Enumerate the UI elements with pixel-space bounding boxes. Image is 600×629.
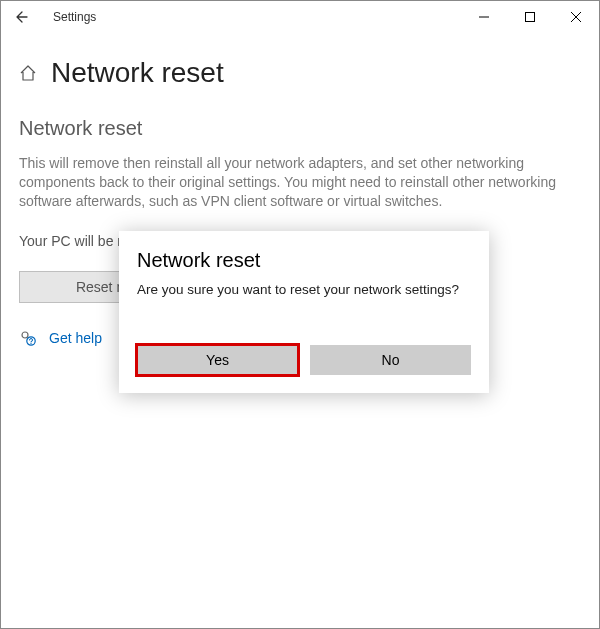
back-button[interactable] xyxy=(13,9,41,25)
confirm-dialog: Network reset Are you sure you want to r… xyxy=(119,231,489,393)
yes-button[interactable]: Yes xyxy=(137,345,298,375)
no-button[interactable]: No xyxy=(310,345,471,375)
window-controls xyxy=(461,1,599,33)
close-icon xyxy=(571,12,581,22)
help-icon xyxy=(19,329,37,347)
description-text: This will remove then reinstall all your… xyxy=(19,154,559,211)
maximize-icon xyxy=(525,12,535,22)
section-title: Network reset xyxy=(19,117,581,140)
page-title: Network reset xyxy=(51,57,224,89)
dialog-message: Are you sure you want to reset your netw… xyxy=(137,282,471,297)
home-icon[interactable] xyxy=(19,64,37,82)
minimize-button[interactable] xyxy=(461,1,507,33)
app-title: Settings xyxy=(41,10,96,24)
close-button[interactable] xyxy=(553,1,599,33)
back-arrow-icon xyxy=(13,9,29,25)
maximize-button[interactable] xyxy=(507,1,553,33)
page-header: Network reset xyxy=(19,57,581,89)
dialog-title: Network reset xyxy=(137,249,471,272)
house-icon xyxy=(19,64,37,82)
svg-point-1 xyxy=(22,332,28,338)
get-help-link[interactable]: Get help xyxy=(49,330,102,346)
svg-rect-0 xyxy=(526,13,535,22)
minimize-icon xyxy=(479,12,489,22)
dialog-buttons: Yes No xyxy=(137,345,471,375)
